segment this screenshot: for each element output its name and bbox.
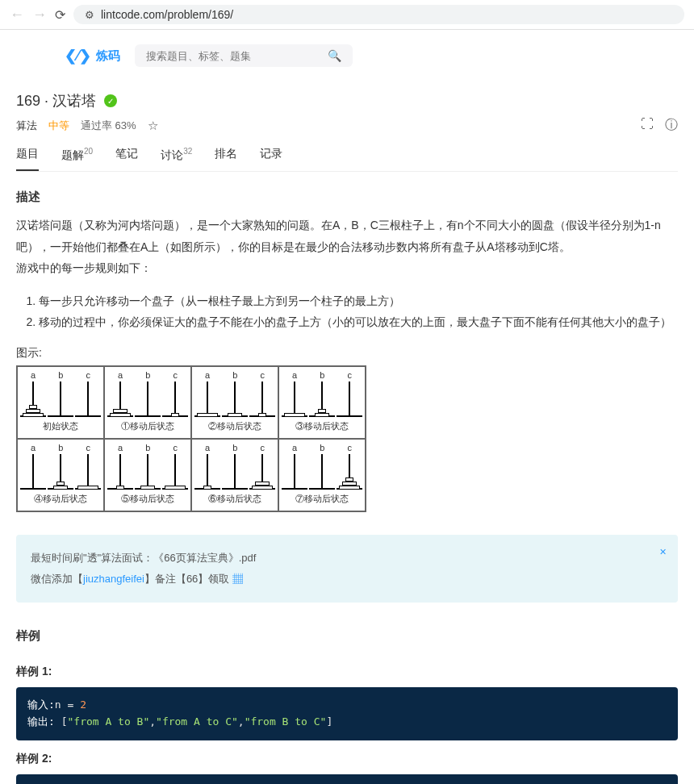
promo-line1: 最短时间刷"透"算法面试：《66页算法宝典》.pdf: [31, 548, 663, 569]
code-block: 输入:n = 2 输出: ["from A to B","from A to C…: [16, 687, 678, 740]
tab-讨论[interactable]: 讨论32: [161, 147, 192, 171]
description-body: 汉诺塔问题（又称为河内塔问题），是一个大家熟知的问题。在A，B，C三根柱子上，有…: [16, 215, 678, 257]
logo-text: 炼码: [96, 48, 120, 64]
promo-handle[interactable]: jiuzhangfeifei: [83, 573, 144, 585]
search-icon[interactable]: 🔍: [328, 49, 341, 62]
diagram-cell: abc⑥移动后状态: [191, 439, 278, 511]
rule-item: 移动的过程中，你必须保证大的盘子不能在小的盘子上方（小的可以放在大的上面，最大盘…: [39, 311, 678, 333]
problem-title: 169 · 汉诺塔: [16, 91, 96, 111]
meta-row: 算法 中等 通过率 63% ☆ ⛶ ⓘ: [16, 117, 678, 142]
diagram-cell: abc⑤移动后状态: [104, 439, 191, 511]
info-icon[interactable]: ⓘ: [665, 117, 678, 134]
rule-item: 每一步只允许移动一个盘子（从一根柱子最上方到另一个柱子的最上方）: [39, 290, 678, 312]
back-button[interactable]: ←: [10, 6, 24, 23]
tab-题目[interactable]: 题目: [16, 147, 39, 171]
star-icon[interactable]: ☆: [148, 119, 158, 133]
url-bar[interactable]: ⚙ lintcode.com/problem/169/: [73, 5, 684, 24]
diagram-cell: abc③移动后状态: [278, 366, 366, 439]
rules-intro: 游戏中的每一步规则如下：: [16, 257, 678, 279]
tab-记录[interactable]: 记录: [260, 147, 282, 171]
section-desc-title: 描述: [16, 172, 678, 215]
search-container[interactable]: 🔍: [135, 44, 353, 67]
reload-button[interactable]: ⟳: [55, 7, 65, 23]
tabs: 题目题解20笔记讨论32排名记录: [16, 142, 678, 172]
diagram-cell: abc①移动后状态: [104, 366, 191, 439]
site-settings-icon[interactable]: ⚙: [85, 9, 94, 21]
difficulty: 中等: [48, 119, 69, 133]
diagram-cell: abc②移动后状态: [191, 366, 278, 439]
title-row: 169 · 汉诺塔 ✓: [16, 67, 678, 117]
app-header: ❮∕❯ 炼码 🔍: [0, 30, 694, 67]
hanoi-diagram: abc初始状态abc①移动后状态abc②移动后状态abc③移动后状态abc④移动…: [16, 365, 366, 512]
example-label: 样例 2:: [16, 740, 678, 774]
tab-笔记[interactable]: 笔记: [115, 147, 138, 171]
promo-line2: 微信添加【jiuzhangfeifei】备注【66】领取 ▦: [31, 569, 663, 590]
search-input[interactable]: [146, 50, 328, 62]
close-icon[interactable]: ✕: [659, 543, 667, 561]
tab-题解[interactable]: 题解20: [61, 147, 93, 171]
verified-icon: ✓: [104, 94, 117, 107]
logo-icon: ❮∕❯: [65, 47, 91, 65]
pass-rate: 通过率 63%: [81, 119, 136, 133]
examples-title: 样例: [16, 611, 678, 653]
qr-icon[interactable]: ▦: [232, 573, 243, 585]
diagram-cell: abc⑦移动后状态: [278, 439, 366, 511]
example-label: 样例 1:: [16, 653, 678, 687]
browser-bar: ← → ⟳ ⚙ lintcode.com/problem/169/: [0, 0, 694, 30]
rules-list: 每一步只允许移动一个盘子（从一根柱子最上方到另一个柱子的最上方） 移动的过程中，…: [16, 279, 678, 333]
tab-排名[interactable]: 排名: [215, 147, 237, 171]
url-text: lintcode.com/problem/169/: [101, 8, 233, 21]
diagram-cell: abc④移动后状态: [17, 439, 104, 511]
diagram-label: 图示:: [16, 333, 678, 365]
code-block: 输入:n = 3 输出:["from A to C","from A to B"…: [16, 774, 678, 784]
expand-icon[interactable]: ⛶: [641, 117, 654, 134]
logo[interactable]: ❮∕❯ 炼码: [65, 47, 120, 65]
diagram-cell: abc初始状态: [17, 366, 104, 439]
forward-button[interactable]: →: [32, 6, 47, 23]
category[interactable]: 算法: [16, 119, 37, 133]
promo-box: ✕ 最短时间刷"透"算法面试：《66页算法宝典》.pdf 微信添加【jiuzha…: [16, 535, 678, 603]
